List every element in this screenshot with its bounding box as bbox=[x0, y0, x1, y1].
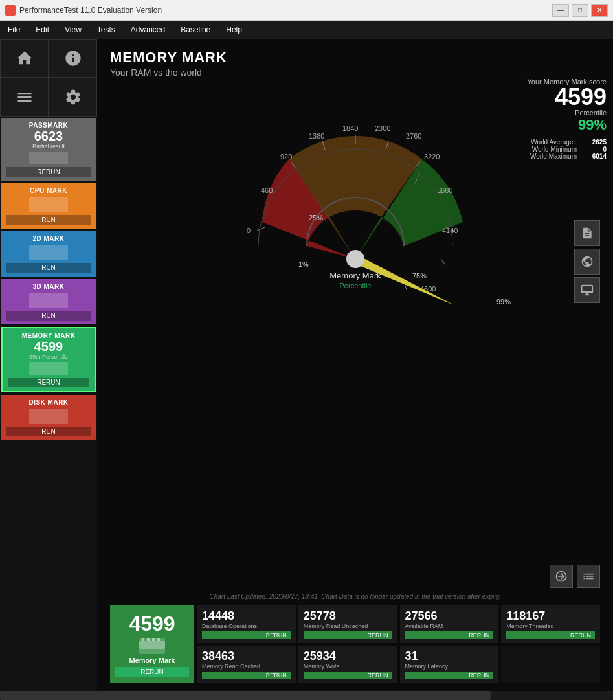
list-button[interactable] bbox=[0, 78, 49, 117]
mt-rerun[interactable]: RERUN bbox=[506, 631, 595, 639]
main-content: PASSMARK 6623 Partial result RERUN CPU M… bbox=[0, 39, 613, 691]
menu-help[interactable]: Help bbox=[223, 23, 245, 37]
svg-text:4140: 4140 bbox=[442, 227, 458, 234]
svg-text:460: 460 bbox=[261, 186, 273, 194]
passmark-rerun[interactable]: RERUN bbox=[6, 167, 91, 177]
menu-tests[interactable]: Tests bbox=[95, 23, 118, 37]
passmark-score: 6623 bbox=[6, 129, 91, 143]
db-score: 14448 bbox=[202, 609, 291, 623]
ru-label: Memory Read Uncached bbox=[304, 623, 392, 630]
sidebar-item-memory[interactable]: MEMORY MARK 4599 99th Percentile RERUN bbox=[1, 327, 96, 392]
result-cell-latency: 31 Memory Latency RERUN bbox=[400, 646, 499, 683]
svg-rect-32 bbox=[147, 638, 150, 641]
svg-text:2760: 2760 bbox=[406, 132, 421, 140]
globe-button[interactable] bbox=[574, 249, 600, 275]
sidebar-item-passmark[interactable]: PASSMARK 6623 Partial result RERUN bbox=[1, 118, 96, 181]
memory-score: 4599 bbox=[8, 339, 89, 354]
report-button[interactable] bbox=[574, 220, 600, 246]
svg-line-9 bbox=[441, 259, 446, 265]
info-button[interactable] bbox=[49, 39, 97, 78]
passmark-label: PASSMARK bbox=[6, 122, 91, 129]
score-value: 4599 bbox=[490, 85, 607, 109]
percentile-value: 99% bbox=[490, 117, 607, 133]
world-stats: World Average : 2625 World Minimum 0 Wor… bbox=[490, 139, 607, 160]
maximize-button[interactable]: □ bbox=[572, 4, 588, 17]
mw-score: 25934 bbox=[304, 649, 392, 663]
rc-score: 38463 bbox=[202, 649, 291, 663]
disk-chart-thumb bbox=[29, 409, 68, 424]
right-panel: MEMORY MARK Your RAM vs the world bbox=[97, 39, 613, 691]
cpu-label: CPU MARK bbox=[6, 187, 91, 194]
svg-rect-30 bbox=[139, 641, 165, 649]
menu-edit[interactable]: Edit bbox=[33, 23, 52, 37]
world-min-label: World Minimum bbox=[532, 146, 577, 153]
report-icon bbox=[581, 227, 594, 240]
chart-note: Chart Last Updated: 2023/8/27, 18:41. Ch… bbox=[110, 593, 600, 600]
content-row: MEMORY MARK Your RAM vs the world bbox=[97, 39, 613, 559]
chart-icon-button[interactable] bbox=[577, 565, 600, 588]
side-icons bbox=[574, 220, 600, 303]
sidebar-item-2dmark[interactable]: 2D MARK RUN bbox=[1, 231, 96, 277]
world-max-label: World Maximum bbox=[530, 153, 577, 160]
gear-icon bbox=[64, 88, 82, 106]
home-button[interactable] bbox=[0, 39, 49, 78]
main-view: MEMORY MARK Your RAM vs the world bbox=[97, 39, 613, 691]
svg-text:3220: 3220 bbox=[424, 153, 440, 161]
sidebar: PASSMARK 6623 Partial result RERUN CPU M… bbox=[0, 39, 97, 691]
menu-advanced[interactable]: Advanced bbox=[128, 23, 168, 37]
minimize-button[interactable]: — bbox=[552, 4, 569, 17]
svg-text:75%: 75% bbox=[412, 272, 427, 280]
ml-rerun[interactable]: RERUN bbox=[405, 672, 494, 679]
scrollbar-thumb[interactable] bbox=[0, 691, 491, 700]
sidebar-item-3dmark[interactable]: 3D MARK RUN bbox=[1, 279, 96, 324]
result-main-score: 4599 bbox=[129, 612, 175, 636]
scrollbar[interactable] bbox=[0, 691, 613, 700]
mw-rerun[interactable]: RERUN bbox=[304, 672, 392, 679]
svg-text:920: 920 bbox=[280, 153, 292, 161]
monitor-button[interactable] bbox=[574, 277, 600, 303]
menu-file[interactable]: File bbox=[5, 23, 23, 37]
threed-chart-thumb bbox=[29, 293, 68, 308]
gauge-section: MEMORY MARK Your RAM vs the world bbox=[97, 39, 613, 559]
title-bar: PerformanceTest 11.0 Evaluation Version … bbox=[0, 0, 613, 21]
ar-label: Available RAM bbox=[405, 623, 494, 630]
gauge-icon-button[interactable] bbox=[550, 565, 573, 588]
result-cell-available-ram: 27566 Available RAM RERUN bbox=[400, 605, 499, 643]
sidebar-top bbox=[0, 39, 97, 78]
settings-button[interactable] bbox=[49, 78, 97, 117]
result-cell-db: 14448 Database Operations RERUN bbox=[197, 605, 296, 643]
cpu-run[interactable]: RUN bbox=[6, 215, 91, 225]
monitor-icon bbox=[581, 284, 594, 297]
svg-rect-34 bbox=[157, 638, 160, 641]
db-rerun[interactable]: RERUN bbox=[202, 631, 291, 639]
threed-run[interactable]: RUN bbox=[6, 311, 91, 321]
result-main-rerun[interactable]: RERUN bbox=[115, 667, 189, 677]
ml-label: Memory Latency bbox=[405, 663, 494, 670]
passmark-chart-thumb bbox=[29, 152, 68, 164]
svg-line-0 bbox=[257, 227, 265, 231]
sub-results: 14448 Database Operations RERUN 25778 Me… bbox=[197, 605, 600, 683]
menu-bar: File Edit View Tests Advanced Baseline H… bbox=[0, 21, 613, 39]
disk-run[interactable]: RUN bbox=[6, 427, 91, 436]
sidebar-item-cpu[interactable]: CPU MARK RUN bbox=[1, 183, 96, 229]
sidebar-item-disk[interactable]: DISK MARK RUN bbox=[1, 395, 96, 440]
twod-run[interactable]: RUN bbox=[6, 263, 91, 273]
menu-baseline[interactable]: Baseline bbox=[178, 23, 213, 37]
score-panel: Your Memory Mark score 4599 Percentile 9… bbox=[490, 78, 607, 160]
result-main: 4599 Memory Mark bbox=[110, 605, 194, 683]
db-label: Database Operations bbox=[202, 623, 291, 630]
svg-text:99%: 99% bbox=[496, 298, 511, 304]
rc-label: Memory Read Cached bbox=[202, 663, 291, 670]
rc-rerun[interactable]: RERUN bbox=[202, 672, 291, 679]
ar-rerun[interactable]: RERUN bbox=[405, 631, 494, 639]
close-button[interactable]: ✕ bbox=[591, 4, 608, 17]
result-cell-read-cached: 38463 Memory Read Cached RERUN bbox=[197, 646, 296, 683]
app-icon bbox=[5, 5, 16, 16]
ru-rerun[interactable]: RERUN bbox=[304, 631, 392, 639]
mt-label: Memory Threaded bbox=[506, 623, 595, 630]
svg-text:2300: 2300 bbox=[375, 124, 390, 132]
memory-rerun[interactable]: RERUN bbox=[8, 378, 89, 387]
result-row-1: 14448 Database Operations RERUN 25778 Me… bbox=[197, 605, 600, 643]
home-icon bbox=[16, 49, 34, 67]
menu-view[interactable]: View bbox=[62, 23, 84, 37]
